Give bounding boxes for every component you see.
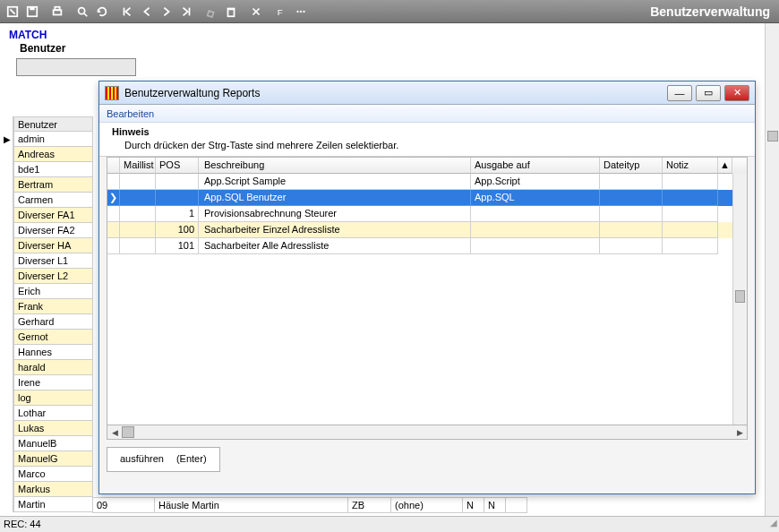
user-list-item[interactable]: log bbox=[13, 390, 93, 406]
user-list-item[interactable]: admin▶ bbox=[13, 132, 93, 147]
hscroll-right-icon[interactable]: ▶ bbox=[732, 425, 747, 439]
user-list-item[interactable]: bde1 bbox=[13, 162, 93, 177]
app-title: Benutzerverwaltung bbox=[650, 4, 770, 19]
detail-c1: Häusle Martin bbox=[155, 497, 348, 513]
cell-dateityp bbox=[600, 206, 663, 222]
grid-scroll-up-icon[interactable]: ▲ bbox=[718, 158, 732, 174]
nav-first-icon[interactable] bbox=[118, 3, 136, 21]
user-list-item[interactable]: Lothar bbox=[13, 406, 93, 421]
match-label: MATCH bbox=[0, 23, 779, 41]
grid-row-marker-icon bbox=[107, 222, 120, 238]
user-list-item[interactable]: Diverser FA2 bbox=[13, 223, 93, 238]
nav-prev-icon[interactable] bbox=[138, 3, 156, 21]
detail-c2: ZB bbox=[348, 497, 391, 513]
detail-c3: (ohne) bbox=[391, 497, 463, 513]
user-list: Benutzeradmin▶Andreasbde1BertramCarmenDi… bbox=[13, 116, 93, 512]
nav-next-icon[interactable] bbox=[158, 3, 175, 21]
cell-pos bbox=[156, 174, 199, 190]
user-list-item[interactable]: ManuelB bbox=[13, 436, 93, 451]
user-list-item[interactable]: Martin bbox=[13, 497, 93, 512]
grid-row[interactable]: 1Provisionsabrechnung Steurer bbox=[107, 206, 747, 222]
grid-col-pos[interactable]: POS bbox=[156, 158, 199, 174]
delete-icon[interactable] bbox=[222, 3, 240, 21]
svg-point-6 bbox=[79, 7, 85, 13]
search-icon[interactable] bbox=[73, 3, 91, 21]
save-icon[interactable] bbox=[23, 3, 41, 21]
grid-row-marker-icon: ❯ bbox=[107, 190, 120, 206]
user-list-item[interactable]: Marco bbox=[13, 467, 93, 482]
hint-text: Durch drücken der Strg-Taste sind mehrer… bbox=[99, 138, 755, 157]
filter-input[interactable] bbox=[16, 58, 136, 76]
nav-last-icon[interactable] bbox=[177, 3, 195, 21]
grid-vscrollbar[interactable] bbox=[732, 174, 747, 425]
grid-col-notiz[interactable]: Notiz bbox=[663, 158, 718, 174]
cell-notiz bbox=[663, 222, 718, 238]
user-list-item[interactable]: Carmen bbox=[13, 193, 93, 208]
dialog-menu-edit[interactable]: Bearbeiten bbox=[99, 105, 755, 123]
user-list-item[interactable]: Gerhard bbox=[13, 314, 93, 330]
grid-col-ausgabe[interactable]: Ausgabe auf bbox=[471, 158, 600, 174]
cell-maillist bbox=[120, 206, 156, 222]
svg-line-1 bbox=[10, 9, 14, 13]
user-list-item[interactable]: ManuelG bbox=[13, 451, 93, 467]
user-list-item[interactable]: Diverser L2 bbox=[13, 269, 93, 284]
execute-hint: (Enter) bbox=[176, 453, 207, 466]
detail-c6 bbox=[506, 497, 527, 513]
svg-text:F: F bbox=[278, 6, 283, 16]
grid-header: Maillist POS Beschreibung Ausgabe auf Da… bbox=[107, 158, 747, 174]
cell-ausgabe: App.SQL bbox=[471, 190, 600, 206]
cell-maillist bbox=[120, 174, 156, 190]
execute-button[interactable]: ausführen (Enter) bbox=[107, 447, 220, 472]
more-icon[interactable] bbox=[292, 3, 310, 21]
grid-row[interactable]: 101Sacharbeiter Alle Adressliste bbox=[107, 238, 747, 254]
resize-grip-icon[interactable]: ◢ bbox=[770, 515, 777, 530]
main-scrollbar[interactable] bbox=[765, 23, 779, 516]
grid-row[interactable]: ❯App.SQL BenutzerApp.SQL bbox=[107, 190, 747, 206]
grid-hscrollbar[interactable]: ◀ ▶ bbox=[107, 425, 748, 440]
user-list-item[interactable]: Diverser HA bbox=[13, 238, 93, 253]
hint-heading: Hinweis bbox=[99, 123, 755, 138]
reports-dialog: Benutzerverwaltung Reports — ▭ ✕ Bearbei… bbox=[98, 81, 756, 494]
user-list-item[interactable]: Frank bbox=[13, 299, 93, 314]
user-list-item[interactable]: Irene bbox=[13, 375, 93, 390]
user-list-item[interactable]: Hannes bbox=[13, 345, 93, 360]
edit-icon bbox=[202, 3, 220, 21]
user-list-item[interactable]: Bertram bbox=[13, 177, 93, 193]
user-list-item[interactable]: Diverser FA1 bbox=[13, 208, 93, 223]
user-list-item[interactable]: Diverser L1 bbox=[13, 253, 93, 269]
detail-c0: 09 bbox=[92, 497, 155, 513]
cell-dateityp bbox=[600, 222, 663, 238]
close-button[interactable]: ✕ bbox=[724, 85, 749, 101]
cell-beschreibung: Sacharbeiter Alle Adressliste bbox=[199, 238, 471, 254]
user-list-item[interactable]: Gernot bbox=[13, 330, 93, 345]
user-list-item[interactable]: Andreas bbox=[13, 147, 93, 162]
maximize-button[interactable]: ▭ bbox=[696, 85, 721, 101]
dialog-titlebar[interactable]: Benutzerverwaltung Reports — ▭ ✕ bbox=[99, 82, 755, 105]
toolbar-button-1[interactable] bbox=[4, 3, 21, 21]
filter-icon[interactable]: F bbox=[272, 3, 290, 21]
dialog-title-text: Benutzerverwaltung Reports bbox=[124, 87, 260, 99]
grid-col-beschr[interactable]: Beschreibung bbox=[199, 158, 471, 174]
user-list-item[interactable]: Erich bbox=[13, 284, 93, 299]
cell-dateityp bbox=[600, 238, 663, 254]
user-list-item[interactable]: Lukas bbox=[13, 421, 93, 436]
grid-row[interactable]: App.Script SampleApp.Script bbox=[107, 174, 747, 190]
print-icon[interactable] bbox=[48, 3, 66, 21]
reports-grid: Maillist POS Beschreibung Ausgabe auf Da… bbox=[107, 157, 748, 425]
grid-col-maillist[interactable]: Maillist bbox=[120, 158, 156, 174]
svg-point-16 bbox=[300, 10, 302, 12]
cell-ausgabe bbox=[471, 206, 600, 222]
svg-rect-10 bbox=[228, 9, 235, 16]
grid-col-dateityp[interactable]: Dateityp bbox=[600, 158, 663, 174]
minimize-button[interactable]: — bbox=[667, 85, 692, 101]
hscroll-left-icon[interactable]: ◀ bbox=[107, 425, 122, 439]
grid-row-marker-icon bbox=[107, 174, 120, 190]
user-list-item[interactable]: harald bbox=[13, 360, 93, 375]
cell-ausgabe bbox=[471, 238, 600, 254]
grid-col-marker[interactable] bbox=[107, 158, 120, 174]
cancel-icon[interactable] bbox=[247, 3, 265, 21]
refresh-icon[interactable] bbox=[93, 3, 111, 21]
user-list-item[interactable]: Markus bbox=[13, 482, 93, 497]
grid-row[interactable]: 100Sacharbeiter Einzel Adressliste bbox=[107, 222, 747, 238]
detail-row: 09 Häusle Martin ZB (ohne) N N bbox=[92, 497, 527, 513]
